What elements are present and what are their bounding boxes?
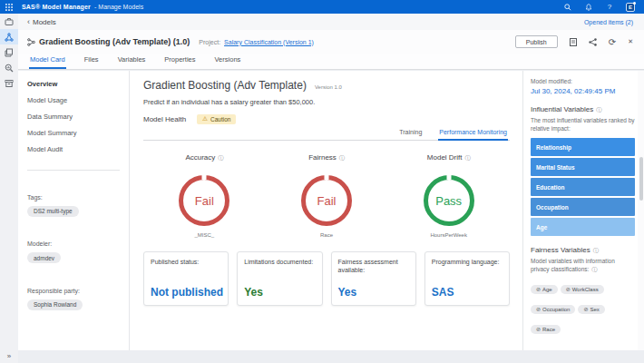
modeler-chip: admdev [27,252,61,263]
gauge-sublabel: _MISC_ [143,232,266,238]
tab-training[interactable]: Training [398,126,423,141]
tab-properties[interactable]: Properties [163,53,196,69]
sidebar-item-model-audit[interactable]: Model Audit [27,144,120,155]
close-icon[interactable]: ✕ [628,38,633,45]
responsible-party-label: Responsible party: [27,288,120,294]
publish-button[interactable]: Publish [515,35,558,48]
info-icon[interactable]: ⓘ [465,155,471,161]
model-modified-value: Jul 30, 2024, 02:49:45 PM [531,87,635,95]
modeler-label: Modeler: [27,240,120,247]
scrollbar-thumb[interactable] [639,157,643,201]
info-icon[interactable]: ⓘ [218,155,223,161]
project-link[interactable]: Salary Classification (Version 1) [224,39,314,45]
health-gauges: Accuracyⓘ Fail _MISC_ Fairnessⓘ Fail Rac… [143,147,510,238]
sidebar-item-data-summary[interactable]: Data Summary [27,112,120,123]
sidebar-item-overview[interactable]: Overview [27,79,120,90]
gauge-status: Fail [183,180,225,221]
influential-variables-title: Influential Variablesⓘ [531,105,635,114]
back-chevron-icon: ‹ [27,18,30,26]
user-avatar[interactable]: E [626,3,635,12]
info-icon[interactable]: ⓘ [596,107,601,113]
tab-files[interactable]: Files [83,53,100,69]
tags-label: Tags: [27,194,120,201]
sidebar-item-model-usage[interactable]: Model Usage [27,95,120,106]
gauge-status: Fail [306,180,347,221]
help-icon[interactable]: ? [605,3,614,12]
model-modified-label: Model modified: [531,78,635,86]
fairness-variable-chips: ⊘Age⊘WorkClass⊘Occupation⊘Sex⊘Race [531,279,635,338]
refresh-icon[interactable]: ⟳ [609,37,616,47]
share-icon[interactable] [589,38,597,46]
tab-performance-monitoring[interactable]: Performance Monitoring [438,126,508,141]
privacy-icon: ⊘ [536,307,541,312]
fairness-variables-title: Fairness Variablesⓘ [531,246,635,255]
search-icon[interactable] [563,3,572,12]
notifications-bell-icon[interactable] [584,3,593,12]
gauge-view-tabs: Training Performance Monitoring [143,126,510,141]
chip-age: ⊘Age [531,285,558,294]
model-card-sidebar: Overview Model Usage Data Summary Model … [18,71,130,350]
status-cards: Published status: Not published Limitati… [143,251,510,306]
archive-box-icon[interactable] [0,75,18,91]
info-icon[interactable]: ⓘ [593,248,599,253]
model-icon [27,38,35,46]
models-icon[interactable] [0,29,18,44]
left-icon-rail: » [0,14,18,363]
model-title: Gradient Boosting (Adv Template) [143,79,307,92]
copies-layers-icon[interactable] [0,44,18,60]
app-context: - Manage Models [94,4,143,10]
opened-items-link[interactable]: Opened items (2) [584,19,633,25]
explore-search-icon[interactable] [0,60,18,75]
privacy-icon: ⊘ [536,287,541,292]
warning-icon: ⚠ [202,116,208,123]
model-header: Gradient Boosting (Adv Template) (1.0) P… [18,30,644,54]
model-health-label: Model Health [143,115,186,123]
breadcrumb[interactable]: ‹ Models [27,18,56,26]
published-status-card: Published status: Not published [143,251,229,306]
model-version: Version 1.0 [315,84,342,90]
top-app-bar: SAS® Model Manager - Manage Models ? E [0,0,644,14]
app-title: SAS® Model Manager [22,4,91,10]
bar-education: Education [531,178,635,196]
privacy-icon: ⊘ [583,307,588,312]
app-switcher-icon[interactable] [0,0,18,14]
model-tabbar: Model Card Files Variables Properties Ve… [18,54,644,70]
info-icon[interactable]: ⓘ [591,267,597,272]
gauge-status: Pass [428,180,470,221]
projects-icon[interactable] [0,14,18,29]
influential-variables-bars: Relationship Marital Status Education Oc… [531,138,635,236]
chip-occupation: ⊘Occupation [531,305,575,314]
info-icon[interactable]: ⓘ [339,155,345,161]
fairness-gauge: Fairnessⓘ Fail Race [266,147,388,238]
tab-variables[interactable]: Variables [117,53,147,69]
model-description: Predict if an individual has a salary gr… [143,98,510,106]
fairness-assessment-card: Fairness assessment available: Yes [331,251,416,306]
bar-age: Age [531,218,635,236]
sidebar-item-model-summary[interactable]: Model Summary [27,128,120,139]
page-title: Gradient Boosting (Adv Template) (1.0) [39,37,190,46]
responsible-party-chip: Sophia Rowland [27,299,83,310]
report-icon[interactable] [570,38,577,46]
fairness-variables-desc: Model variables with information privacy… [531,258,635,274]
breadcrumb-label: Models [33,18,56,26]
vertical-scrollbar [638,71,644,350]
project-label: Project: [199,39,220,45]
overview-panel: Gradient Boosting (Adv Template) Version… [131,71,522,350]
bar-occupation: Occupation [531,198,635,216]
programming-language-card: Programming language: SAS [424,251,510,306]
tag-chip: DS2 multi-type [27,206,79,217]
bar-marital-status: Marital Status [531,158,635,176]
expand-rail-icon[interactable]: » [0,352,18,360]
privacy-icon: ⊘ [566,287,571,292]
bar-relationship: Relationship [531,138,635,156]
tab-model-card[interactable]: Model Card [29,53,66,69]
influential-variables-desc: The most influential variables ranked by… [531,117,635,133]
accuracy-gauge: Accuracyⓘ Fail _MISC_ [143,147,266,238]
breadcrumb-bar: ‹ Models Opened items (2) [18,14,644,30]
chip-race: ⊘Race [531,325,561,334]
tab-versions[interactable]: Versions [214,53,242,69]
gauge-sublabel: HoursPerWeek [387,232,510,238]
sidebar-divider [27,170,120,171]
privacy-icon: ⊘ [536,327,541,332]
caution-badge: ⚠ Caution [197,114,236,124]
